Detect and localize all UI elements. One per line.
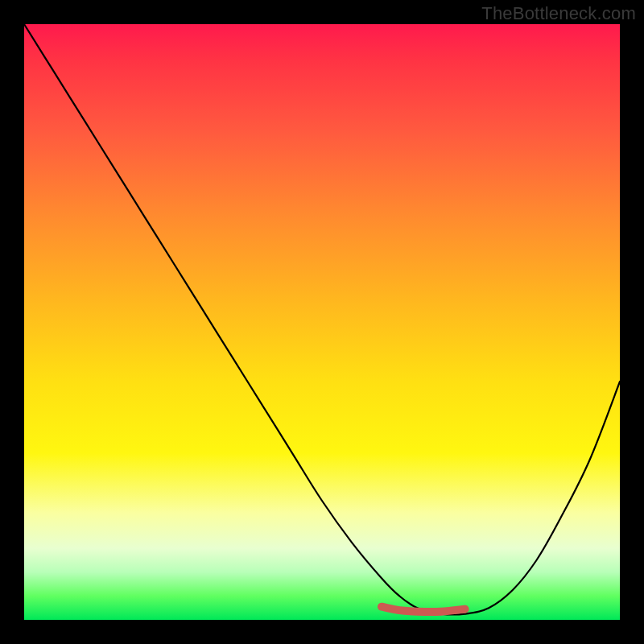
curve-svg — [24, 24, 620, 620]
plot-area — [24, 24, 620, 620]
bottleneck-curve-path — [24, 24, 620, 615]
optimal-plateau-path — [382, 607, 465, 612]
bottleneck-chart: TheBottleneck.com — [0, 0, 644, 644]
watermark-text: TheBottleneck.com — [481, 3, 636, 24]
